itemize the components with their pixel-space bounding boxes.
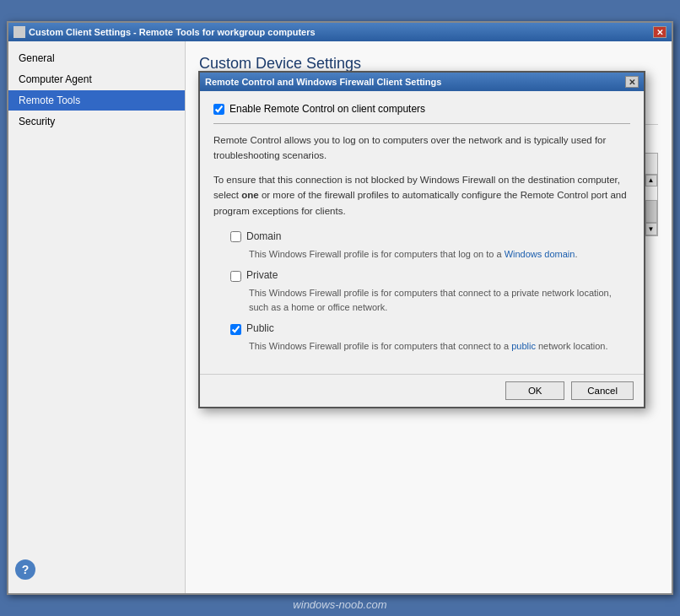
main-content: Custom Device Settings Specify the setti… bbox=[186, 41, 672, 593]
cancel-button[interactable]: Cancel bbox=[571, 381, 634, 400]
firewall-section: Domain This Windows Firewall profile is … bbox=[213, 230, 630, 354]
public-desc: This Windows Firewall profile is for com… bbox=[249, 339, 630, 354]
scroll-down-arrow[interactable]: ▼ bbox=[645, 223, 657, 235]
domain-checkbox-row: Domain bbox=[230, 230, 630, 244]
public-checkbox[interactable] bbox=[230, 324, 241, 335]
scrollbar[interactable]: ▲ ▼ bbox=[644, 175, 657, 235]
window-icon bbox=[13, 26, 25, 38]
enable-rc-checkbox[interactable] bbox=[213, 104, 224, 115]
sidebar-item-remote-tools[interactable]: Remote Tools bbox=[8, 90, 185, 111]
private-checkbox-row: Private bbox=[230, 269, 630, 283]
private-desc: This Windows Firewall profile is for com… bbox=[249, 286, 630, 314]
ok-button[interactable]: OK bbox=[505, 381, 564, 400]
modal-close-button[interactable]: ✕ bbox=[625, 76, 639, 88]
private-label: Private bbox=[246, 269, 278, 281]
domain-label: Domain bbox=[246, 230, 281, 242]
modal-separator-1 bbox=[213, 123, 630, 124]
sidebar-item-computer-agent[interactable]: Computer Agent bbox=[8, 69, 185, 89]
help-button[interactable]: ? bbox=[15, 559, 35, 580]
enable-rc-label: Enable Remote Control on client computer… bbox=[229, 103, 425, 115]
public-checkbox-row: Public bbox=[230, 322, 630, 336]
scroll-thumb[interactable] bbox=[645, 200, 657, 223]
enable-rc-row: Enable Remote Control on client computer… bbox=[213, 103, 630, 115]
sidebar: General Computer Agent Remote Tools Secu… bbox=[8, 41, 186, 593]
title-bar-content: Custom Client Settings - Remote Tools fo… bbox=[13, 26, 316, 38]
window-title: Custom Client Settings - Remote Tools fo… bbox=[29, 27, 316, 37]
modal-desc-2: To ensure that this connection is not bl… bbox=[213, 172, 630, 219]
domain-checkbox[interactable] bbox=[230, 231, 241, 242]
modal-body: Enable Remote Control on client computer… bbox=[200, 91, 644, 374]
private-checkbox[interactable] bbox=[230, 271, 241, 282]
sidebar-item-general[interactable]: General bbox=[8, 48, 185, 68]
title-bar: Custom Client Settings - Remote Tools fo… bbox=[8, 23, 672, 41]
sidebar-item-security[interactable]: Security bbox=[8, 111, 185, 132]
scroll-up-arrow[interactable]: ▲ bbox=[645, 175, 657, 187]
modal-title-bar: Remote Control and Windows Firewall Clie… bbox=[200, 73, 644, 91]
watermark: windows-noob.com bbox=[0, 593, 680, 616]
modal-desc-1: Remote Control allows you to log on to c… bbox=[213, 132, 630, 164]
modal-dialog: Remote Control and Windows Firewall Clie… bbox=[198, 71, 645, 408]
firewall-public-option: Public This Windows Firewall profile is … bbox=[230, 322, 630, 354]
window-close-button[interactable]: ✕ bbox=[653, 26, 667, 38]
firewall-domain-option: Domain This Windows Firewall profile is … bbox=[230, 230, 630, 262]
window-body: General Computer Agent Remote Tools Secu… bbox=[8, 41, 672, 593]
modal-footer: OK Cancel bbox=[200, 374, 644, 407]
public-label: Public bbox=[246, 322, 274, 334]
page-title: Custom Device Settings bbox=[199, 55, 658, 73]
main-window: Custom Client Settings - Remote Tools fo… bbox=[7, 21, 673, 595]
domain-desc: This Windows Firewall profile is for com… bbox=[249, 247, 630, 262]
firewall-private-option: Private This Windows Firewall profile is… bbox=[230, 269, 630, 314]
sidebar-bottom: ? bbox=[8, 553, 185, 586]
modal-title: Remote Control and Windows Firewall Clie… bbox=[205, 77, 441, 87]
